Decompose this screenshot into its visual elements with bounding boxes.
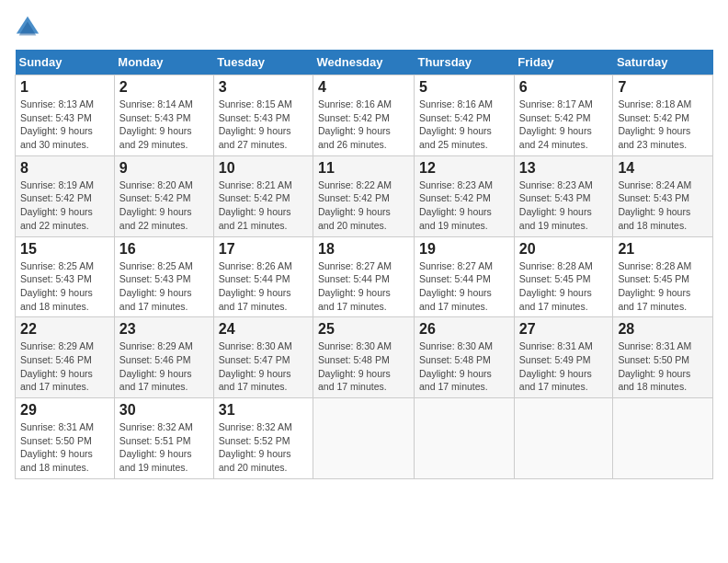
day-cell: 19Sunrise: 8:27 AM Sunset: 5:44 PM Dayli… <box>415 236 515 317</box>
day-detail: Sunrise: 8:17 AM Sunset: 5:42 PM Dayligh… <box>519 98 609 152</box>
day-number: 20 <box>519 241 609 258</box>
col-header-saturday: Saturday <box>613 50 713 75</box>
day-number: 24 <box>219 321 308 338</box>
day-cell: 20Sunrise: 8:28 AM Sunset: 5:45 PM Dayli… <box>514 236 613 317</box>
week-row-4: 22Sunrise: 8:29 AM Sunset: 5:46 PM Dayli… <box>16 317 713 398</box>
day-detail: Sunrise: 8:19 AM Sunset: 5:42 PM Dayligh… <box>20 178 109 233</box>
day-number: 6 <box>519 79 609 96</box>
day-detail: Sunrise: 8:23 AM Sunset: 5:42 PM Dayligh… <box>419 178 509 233</box>
day-cell: 15Sunrise: 8:25 AM Sunset: 5:43 PM Dayli… <box>16 236 115 317</box>
week-row-3: 15Sunrise: 8:25 AM Sunset: 5:43 PM Dayli… <box>16 236 713 317</box>
day-number: 29 <box>20 402 109 419</box>
day-cell: 12Sunrise: 8:23 AM Sunset: 5:42 PM Dayli… <box>415 155 515 236</box>
logo <box>15 15 44 40</box>
day-number: 19 <box>419 241 509 258</box>
day-detail: Sunrise: 8:20 AM Sunset: 5:42 PM Dayligh… <box>119 178 209 233</box>
day-detail: Sunrise: 8:24 AM Sunset: 5:43 PM Dayligh… <box>618 178 708 233</box>
day-number: 18 <box>318 241 409 258</box>
day-cell: 3Sunrise: 8:15 AM Sunset: 5:43 PM Daylig… <box>213 75 313 156</box>
day-cell: 25Sunrise: 8:30 AM Sunset: 5:48 PM Dayli… <box>313 317 415 398</box>
day-detail: Sunrise: 8:16 AM Sunset: 5:42 PM Dayligh… <box>318 98 409 152</box>
calendar-table: SundayMondayTuesdayWednesdayThursdayFrid… <box>15 50 713 479</box>
day-cell: 1Sunrise: 8:13 AM Sunset: 5:43 PM Daylig… <box>16 75 115 156</box>
day-cell: 11Sunrise: 8:22 AM Sunset: 5:42 PM Dayli… <box>313 155 415 236</box>
week-row-5: 29Sunrise: 8:31 AM Sunset: 5:50 PM Dayli… <box>16 398 713 479</box>
day-cell: 2Sunrise: 8:14 AM Sunset: 5:43 PM Daylig… <box>114 75 213 156</box>
day-number: 21 <box>618 241 708 258</box>
day-detail: Sunrise: 8:13 AM Sunset: 5:43 PM Dayligh… <box>20 98 109 152</box>
day-detail: Sunrise: 8:27 AM Sunset: 5:44 PM Dayligh… <box>419 259 509 314</box>
day-detail: Sunrise: 8:27 AM Sunset: 5:44 PM Dayligh… <box>318 259 409 314</box>
week-row-2: 8Sunrise: 8:19 AM Sunset: 5:42 PM Daylig… <box>16 155 713 236</box>
day-number: 15 <box>20 241 109 258</box>
col-header-sunday: Sunday <box>16 50 115 75</box>
day-cell: 28Sunrise: 8:31 AM Sunset: 5:50 PM Dayli… <box>613 317 713 398</box>
day-cell: 16Sunrise: 8:25 AM Sunset: 5:43 PM Dayli… <box>114 236 213 317</box>
day-cell: 31Sunrise: 8:32 AM Sunset: 5:52 PM Dayli… <box>213 398 313 479</box>
day-number: 4 <box>318 79 409 96</box>
day-cell: 30Sunrise: 8:32 AM Sunset: 5:51 PM Dayli… <box>114 398 213 479</box>
day-cell: 7Sunrise: 8:18 AM Sunset: 5:42 PM Daylig… <box>613 75 713 156</box>
day-cell: 26Sunrise: 8:30 AM Sunset: 5:48 PM Dayli… <box>415 317 515 398</box>
day-number: 16 <box>119 241 209 258</box>
day-cell: 9Sunrise: 8:20 AM Sunset: 5:42 PM Daylig… <box>114 155 213 236</box>
day-detail: Sunrise: 8:30 AM Sunset: 5:48 PM Dayligh… <box>419 339 509 394</box>
day-number: 12 <box>419 160 509 177</box>
day-cell: 10Sunrise: 8:21 AM Sunset: 5:42 PM Dayli… <box>213 155 313 236</box>
day-detail: Sunrise: 8:32 AM Sunset: 5:51 PM Dayligh… <box>119 420 209 475</box>
day-detail: Sunrise: 8:29 AM Sunset: 5:46 PM Dayligh… <box>20 339 109 394</box>
day-cell: 18Sunrise: 8:27 AM Sunset: 5:44 PM Dayli… <box>313 236 415 317</box>
day-cell: 6Sunrise: 8:17 AM Sunset: 5:42 PM Daylig… <box>514 75 613 156</box>
day-detail: Sunrise: 8:32 AM Sunset: 5:52 PM Dayligh… <box>219 420 308 475</box>
day-detail: Sunrise: 8:14 AM Sunset: 5:43 PM Dayligh… <box>119 98 209 152</box>
day-cell: 21Sunrise: 8:28 AM Sunset: 5:45 PM Dayli… <box>613 236 713 317</box>
day-number: 14 <box>618 160 708 177</box>
day-cell <box>313 398 415 479</box>
day-number: 27 <box>519 321 609 338</box>
day-number: 30 <box>119 402 209 419</box>
page-container: SundayMondayTuesdayWednesdayThursdayFrid… <box>15 15 713 479</box>
day-cell: 13Sunrise: 8:23 AM Sunset: 5:43 PM Dayli… <box>514 155 613 236</box>
day-number: 22 <box>20 321 109 338</box>
day-cell: 24Sunrise: 8:30 AM Sunset: 5:47 PM Dayli… <box>213 317 313 398</box>
logo-icon <box>15 15 40 40</box>
day-detail: Sunrise: 8:15 AM Sunset: 5:43 PM Dayligh… <box>219 98 308 152</box>
col-header-wednesday: Wednesday <box>313 50 415 75</box>
day-number: 9 <box>119 160 209 177</box>
day-detail: Sunrise: 8:22 AM Sunset: 5:42 PM Dayligh… <box>318 178 409 233</box>
day-number: 1 <box>20 79 109 96</box>
day-cell <box>613 398 713 479</box>
day-number: 2 <box>119 79 209 96</box>
day-detail: Sunrise: 8:18 AM Sunset: 5:42 PM Dayligh… <box>618 98 708 152</box>
day-detail: Sunrise: 8:29 AM Sunset: 5:46 PM Dayligh… <box>119 339 209 394</box>
day-detail: Sunrise: 8:26 AM Sunset: 5:44 PM Dayligh… <box>219 259 308 314</box>
day-number: 26 <box>419 321 509 338</box>
day-number: 28 <box>618 321 708 338</box>
day-cell <box>415 398 515 479</box>
day-detail: Sunrise: 8:28 AM Sunset: 5:45 PM Dayligh… <box>519 259 609 314</box>
day-cell: 14Sunrise: 8:24 AM Sunset: 5:43 PM Dayli… <box>613 155 713 236</box>
day-detail: Sunrise: 8:21 AM Sunset: 5:42 PM Dayligh… <box>219 178 308 233</box>
day-number: 31 <box>219 402 308 419</box>
day-number: 13 <box>519 160 609 177</box>
day-number: 10 <box>219 160 308 177</box>
col-header-friday: Friday <box>514 50 613 75</box>
col-header-tuesday: Tuesday <box>213 50 313 75</box>
day-number: 11 <box>318 160 409 177</box>
day-cell: 4Sunrise: 8:16 AM Sunset: 5:42 PM Daylig… <box>313 75 415 156</box>
day-cell: 17Sunrise: 8:26 AM Sunset: 5:44 PM Dayli… <box>213 236 313 317</box>
col-header-monday: Monday <box>114 50 213 75</box>
week-row-1: 1Sunrise: 8:13 AM Sunset: 5:43 PM Daylig… <box>16 75 713 156</box>
day-detail: Sunrise: 8:31 AM Sunset: 5:50 PM Dayligh… <box>20 420 109 475</box>
day-cell <box>514 398 613 479</box>
col-header-thursday: Thursday <box>415 50 515 75</box>
day-detail: Sunrise: 8:16 AM Sunset: 5:42 PM Dayligh… <box>419 98 509 152</box>
day-detail: Sunrise: 8:30 AM Sunset: 5:47 PM Dayligh… <box>219 339 308 394</box>
day-number: 7 <box>618 79 708 96</box>
day-number: 17 <box>219 241 308 258</box>
day-detail: Sunrise: 8:25 AM Sunset: 5:43 PM Dayligh… <box>119 259 209 314</box>
day-detail: Sunrise: 8:31 AM Sunset: 5:50 PM Dayligh… <box>618 339 708 394</box>
header-row: SundayMondayTuesdayWednesdayThursdayFrid… <box>16 50 713 75</box>
day-detail: Sunrise: 8:30 AM Sunset: 5:48 PM Dayligh… <box>318 339 409 394</box>
day-cell: 27Sunrise: 8:31 AM Sunset: 5:49 PM Dayli… <box>514 317 613 398</box>
